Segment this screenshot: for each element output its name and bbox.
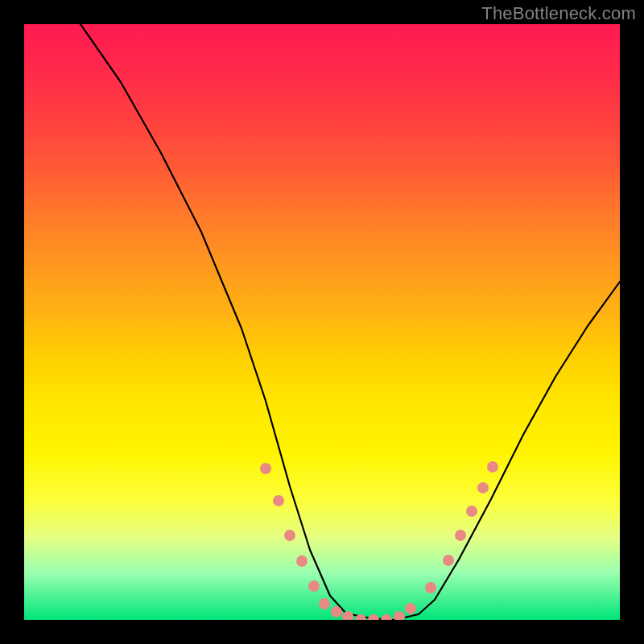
data-point bbox=[455, 530, 466, 541]
data-point bbox=[342, 611, 353, 620]
data-point bbox=[308, 580, 320, 592]
data-point bbox=[477, 482, 489, 493]
chart-svg bbox=[24, 24, 620, 620]
data-point bbox=[405, 603, 416, 614]
data-point bbox=[284, 530, 295, 541]
data-point bbox=[487, 461, 498, 473]
data-point bbox=[368, 614, 379, 620]
data-point bbox=[425, 582, 436, 593]
data-point bbox=[443, 555, 454, 566]
data-point bbox=[331, 606, 342, 617]
data-point bbox=[296, 555, 308, 567]
data-point bbox=[381, 614, 392, 620]
data-point bbox=[394, 611, 405, 620]
data-point bbox=[319, 598, 330, 609]
dots-group bbox=[260, 461, 498, 620]
watermark-text: TheBottleneck.com bbox=[481, 3, 636, 24]
bottleneck-curve bbox=[80, 24, 620, 620]
plot-area bbox=[24, 24, 620, 620]
data-point bbox=[260, 463, 271, 474]
data-point bbox=[273, 495, 284, 506]
data-point bbox=[466, 506, 477, 517]
chart-stage: TheBottleneck.com bbox=[0, 0, 644, 644]
